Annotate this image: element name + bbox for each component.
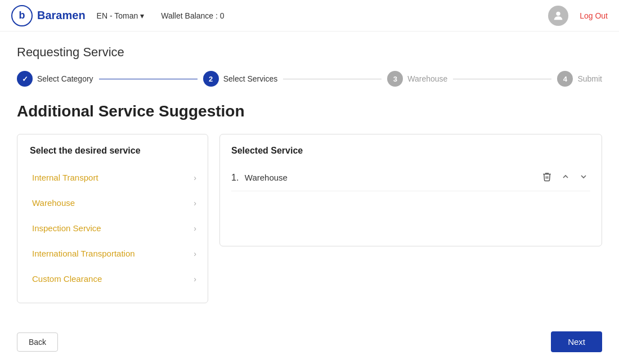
step-1-circle: ✓ [17, 71, 33, 87]
stepper: ✓ Select Category 2 Select Services 3 Wa… [17, 71, 602, 87]
wallet-value: 0 [220, 11, 225, 20]
service-list-title: Select the desired service [26, 146, 202, 156]
user-avatar[interactable] [548, 6, 568, 26]
service-item-international[interactable]: International Transportation › [26, 241, 202, 266]
app-name: Baramen [37, 9, 86, 22]
logout-button[interactable]: Log Out [580, 11, 608, 20]
service-item-custom-clearance-label: Custom Clearance [32, 274, 102, 284]
chevron-right-icon: › [194, 199, 196, 208]
section-title: Additional Service Suggestion [17, 102, 602, 120]
step-2: 2 Select Services [203, 71, 277, 87]
service-item-internal-transport[interactable]: Internal Transport › [26, 165, 202, 190]
step-4: 4 Submit [557, 71, 602, 87]
dropdown-arrow-icon: ▾ [140, 11, 144, 20]
step-line-2 [283, 79, 382, 79]
selected-service-panel: Selected Service 1. Warehouse [219, 134, 602, 246]
step-line-1 [99, 79, 198, 79]
chevron-right-icon: › [194, 275, 196, 284]
chevron-right-icon: › [194, 173, 196, 182]
content-row: Select the desired service Internal Tran… [17, 134, 602, 303]
back-button[interactable]: Back [17, 332, 58, 352]
move-down-button[interactable] [577, 171, 590, 185]
service-item-warehouse[interactable]: Warehouse › [26, 190, 202, 215]
item-actions [540, 170, 590, 185]
main-content: Requesting Service ✓ Select Category 2 S… [0, 32, 619, 364]
selected-item-number: 1. [231, 173, 239, 182]
service-item-warehouse-label: Warehouse [32, 198, 75, 208]
step-4-circle: 4 [557, 71, 573, 87]
step-line-3 [453, 79, 551, 79]
step-3-label: Warehouse [407, 74, 447, 83]
step-2-circle: 2 [203, 71, 219, 87]
service-item-inspection[interactable]: Inspection Service › [26, 215, 202, 241]
svg-point-0 [557, 11, 560, 15]
service-item-international-label: International Transportation [32, 249, 135, 258]
delete-item-button[interactable] [540, 170, 554, 185]
logo-area: b Baramen [11, 5, 86, 26]
selected-service-title: Selected Service [231, 146, 590, 156]
header: b Baramen EN - Toman ▾ Wallet Balance : … [0, 0, 619, 32]
page-title: Requesting Service [17, 45, 602, 60]
move-up-button[interactable] [559, 171, 572, 185]
footer-buttons: Back Next [17, 331, 602, 352]
logo-icon: b [11, 5, 33, 26]
step-3: 3 Warehouse [387, 71, 447, 87]
service-list-panel: Select the desired service Internal Tran… [17, 134, 208, 303]
next-button[interactable]: Next [551, 331, 602, 352]
step-1-label: Select Category [37, 74, 93, 83]
chevron-right-icon: › [194, 249, 196, 258]
service-item-custom-clearance[interactable]: Custom Clearance › [26, 266, 202, 291]
selected-item-label: Warehouse [245, 173, 288, 182]
service-item-internal-transport-label: Internal Transport [32, 173, 98, 182]
step-3-circle: 3 [387, 71, 403, 87]
selected-item-info: 1. Warehouse [231, 173, 288, 183]
step-4-label: Submit [577, 74, 602, 83]
language-selector[interactable]: EN - Toman ▾ [97, 11, 145, 20]
service-item-inspection-label: Inspection Service [32, 223, 101, 233]
chevron-right-icon: › [194, 224, 196, 233]
selected-item-row: 1. Warehouse [231, 165, 590, 191]
wallet-balance: Wallet Balance : 0 [161, 11, 548, 20]
step-1: ✓ Select Category [17, 71, 93, 87]
language-label: EN - Toman [97, 11, 138, 20]
logo-letter: b [19, 10, 25, 21]
step-2-label: Select Services [223, 74, 277, 83]
